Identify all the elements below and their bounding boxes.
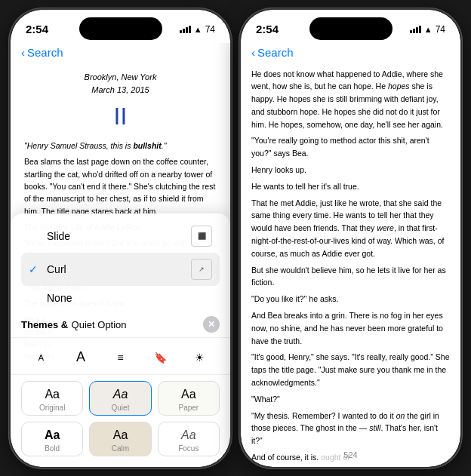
right-back-button[interactable]: ‹ Search [251, 46, 294, 59]
page-number: 524 [343, 450, 357, 459]
book-para-1: "Henry Samuel Strauss, this is bullshit.… [24, 140, 217, 152]
r-para-4: He wants to tell her it's all true. [251, 180, 450, 193]
original-text: Aa [45, 388, 60, 401]
calm-text: Aa [113, 428, 128, 442]
chapter-number: II [24, 98, 217, 136]
dynamic-island [79, 17, 162, 40]
r-para-1: He does not know what happened to Addie,… [251, 68, 450, 131]
left-nav-bar: ‹ Search [11, 43, 230, 63]
left-back-label: Search [27, 46, 63, 59]
bold-label: Bold [45, 444, 60, 453]
bar1 [180, 30, 182, 33]
original-label: Original [39, 404, 65, 412]
bar4 [189, 26, 191, 33]
paper-label: Paper [178, 404, 199, 412]
theme-tile-original[interactable]: Aa Original [21, 381, 83, 416]
theme-tile-quiet[interactable]: Aa Quiet [89, 381, 151, 416]
right-signal-bars [410, 26, 421, 33]
bar3 [186, 27, 188, 33]
r-para-9: "It's good, Henry," she says. "It's real… [251, 351, 450, 388]
left-book-content: Brooklyn, New York March 13, 2015 II "He… [11, 63, 230, 467]
right-status-icons: ▲ 74 [410, 24, 445, 35]
left-status-icons: ▲ 74 [180, 24, 215, 35]
r-para-7: "Do you like it?" he asks. [251, 293, 450, 306]
r-para-8: And Bea breaks into a grin. There is no … [251, 309, 450, 347]
theme-tile-paper[interactable]: Aa Paper [158, 381, 220, 416]
right-phone: 2:54 ▲ 74 ‹ Search [239, 8, 462, 468]
r-para-6: But she wouldn't believe him, so he lets… [251, 264, 450, 290]
wifi-icon: ▲ [194, 25, 202, 34]
themes-title: Themes & [21, 319, 68, 330]
left-chevron-icon: ‹ [21, 46, 25, 59]
left-phone: 2:54 ▲ 74 ‹ Search [9, 8, 232, 468]
slide-option-none[interactable]: None [21, 286, 220, 310]
left-back-button[interactable]: ‹ Search [21, 46, 63, 59]
book-para-2: Bea slams the last page down on the coff… [24, 155, 217, 217]
right-battery: 74 [436, 24, 445, 35]
bookmark-button[interactable]: 🔖 [146, 344, 174, 371]
themes-header: Themes & Quiet Option ✕ [11, 313, 230, 334]
quiet-label: Quiet [112, 404, 130, 412]
left-battery: 74 [205, 24, 215, 35]
r-bar4 [419, 26, 421, 33]
slide-options: Slide ⬛ ✓ Curl ↗ [11, 213, 230, 313]
right-dynamic-island [309, 17, 392, 40]
book-location: Brooklyn, New York March 13, 2015 [24, 71, 217, 97]
font-decrease-button[interactable]: A [27, 344, 54, 371]
text-settings-button[interactable]: ≡ [106, 344, 134, 371]
theme-tile-bold[interactable]: Aa Bold [21, 422, 83, 456]
right-book-content: He does not know what happened to Addie,… [241, 63, 460, 467]
bold-text: Aa [45, 428, 60, 442]
theme-tile-focus[interactable]: Aa Focus [158, 422, 220, 456]
theme-tiles-grid: Aa Original Aa Quiet Aa Paper Aa [11, 375, 230, 459]
focus-label: Focus [178, 444, 199, 453]
slide-icon-img: ⬛ [191, 226, 212, 247]
right-chevron-icon: ‹ [251, 46, 255, 59]
none-label: None [47, 292, 72, 304]
bar2 [183, 29, 185, 33]
close-button[interactable]: ✕ [203, 316, 220, 333]
right-nav-bar: ‹ Search [241, 43, 460, 63]
slide-option-curl[interactable]: ✓ Curl ↗ [21, 253, 220, 286]
themes-title-group: Themes & Quiet Option [21, 318, 127, 331]
curl-icon-img: ↗ [191, 259, 212, 280]
focus-text: Aa [181, 428, 196, 442]
paper-text: Aa [181, 388, 196, 401]
right-phone-inner: 2:54 ▲ 74 ‹ Search [241, 10, 460, 467]
quiet-text: Aa [113, 388, 128, 401]
check-curl: ✓ [29, 263, 41, 275]
slide-option-slide[interactable]: Slide ⬛ [21, 220, 220, 253]
brightness-button[interactable]: ☀ [186, 344, 214, 371]
r-para-11: "My thesis. Remember? I wanted to do it … [251, 410, 450, 447]
right-back-label: Search [257, 46, 294, 59]
calm-label: Calm [112, 444, 129, 453]
right-time: 2:54 [256, 23, 279, 35]
theme-tile-calm[interactable]: Aa Calm [89, 422, 151, 456]
phones-container: 2:54 ▲ 74 ‹ Search [9, 8, 462, 468]
r-bar3 [416, 27, 418, 33]
curl-label: Curl [47, 263, 66, 275]
slide-label: Slide [47, 230, 70, 242]
right-wifi-icon: ▲ [424, 25, 433, 34]
r-bar1 [410, 30, 412, 33]
toolbar-row: A A ≡ 🔖 ☀ [11, 337, 230, 375]
bottom-overlay: Slide ⬛ ✓ Curl ↗ [11, 213, 230, 467]
r-bar2 [413, 29, 415, 33]
font-increase-button[interactable]: A [67, 344, 94, 371]
r-para-3: Henry looks up. [251, 164, 450, 177]
signal-bars [180, 26, 191, 33]
left-time: 2:54 [26, 23, 48, 35]
themes-options: Quiet Option [72, 319, 127, 330]
r-para-2: "You're really going to method actor thi… [251, 134, 450, 160]
r-para-10: "What?" [251, 393, 450, 406]
left-phone-inner: 2:54 ▲ 74 ‹ Search [11, 10, 230, 467]
r-para-5: That he met Addie, just like he wrote, t… [251, 197, 450, 260]
